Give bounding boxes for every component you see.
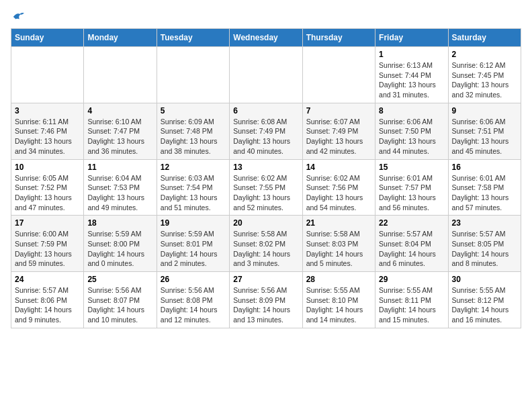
- calendar-cell: [84, 47, 157, 103]
- day-info: Sunrise: 5:59 AMSunset: 8:01 PMDaylight:…: [161, 229, 226, 269]
- day-info: Sunrise: 5:56 AMSunset: 8:09 PMDaylight:…: [233, 285, 298, 325]
- day-info: Sunrise: 5:55 AMSunset: 8:12 PMDaylight:…: [452, 285, 517, 325]
- day-number: 7: [306, 106, 371, 116]
- day-number: 9: [452, 106, 517, 116]
- day-number: 4: [87, 106, 152, 116]
- calendar-cell: [157, 47, 229, 103]
- calendar-cell: [230, 47, 302, 103]
- day-info: Sunrise: 6:12 AMSunset: 7:45 PMDaylight:…: [452, 60, 517, 100]
- day-number: 2: [452, 50, 517, 59]
- column-header-sunday: Sunday: [11, 29, 84, 47]
- day-info: Sunrise: 6:09 AMSunset: 7:48 PMDaylight:…: [161, 117, 226, 156]
- day-number: 13: [233, 163, 298, 172]
- calendar-cell: 14Sunrise: 6:02 AMSunset: 7:56 PMDayligh…: [302, 159, 375, 216]
- calendar-table: SundayMondayTuesdayWednesdayThursdayFrid…: [11, 28, 521, 328]
- day-number: 29: [379, 275, 444, 284]
- calendar-cell: 22Sunrise: 5:57 AMSunset: 8:04 PMDayligh…: [375, 216, 448, 272]
- calendar-cell: 20Sunrise: 5:58 AMSunset: 8:02 PMDayligh…: [230, 216, 302, 272]
- day-info: Sunrise: 6:10 AMSunset: 7:47 PMDaylight:…: [87, 117, 152, 156]
- day-number: 15: [379, 163, 444, 172]
- calendar-cell: 23Sunrise: 5:57 AMSunset: 8:05 PMDayligh…: [448, 216, 521, 272]
- day-info: Sunrise: 6:05 AMSunset: 7:52 PMDaylight:…: [15, 173, 80, 213]
- day-number: 3: [15, 106, 80, 116]
- day-info: Sunrise: 5:57 AMSunset: 8:04 PMDaylight:…: [379, 229, 444, 269]
- day-number: 10: [15, 163, 80, 172]
- day-info: Sunrise: 6:02 AMSunset: 7:56 PMDaylight:…: [306, 173, 371, 213]
- column-header-saturday: Saturday: [448, 29, 521, 47]
- calendar-cell: 17Sunrise: 6:00 AMSunset: 7:59 PMDayligh…: [11, 216, 84, 272]
- calendar-week-row: 10Sunrise: 6:05 AMSunset: 7:52 PMDayligh…: [11, 159, 521, 216]
- day-info: Sunrise: 6:08 AMSunset: 7:49 PMDaylight:…: [233, 117, 298, 156]
- day-info: Sunrise: 6:06 AMSunset: 7:50 PMDaylight:…: [379, 117, 444, 156]
- calendar-cell: 11Sunrise: 6:04 AMSunset: 7:53 PMDayligh…: [84, 159, 157, 216]
- calendar-header-row: SundayMondayTuesdayWednesdayThursdayFrid…: [11, 29, 521, 47]
- calendar-cell: 4Sunrise: 6:10 AMSunset: 7:47 PMDaylight…: [84, 103, 157, 159]
- calendar-cell: 5Sunrise: 6:09 AMSunset: 7:48 PMDaylight…: [157, 103, 229, 159]
- calendar-cell: 30Sunrise: 5:55 AMSunset: 8:12 PMDayligh…: [448, 272, 521, 328]
- day-number: 1: [379, 50, 444, 59]
- day-info: Sunrise: 6:00 AMSunset: 7:59 PMDaylight:…: [15, 229, 80, 269]
- calendar-cell: 12Sunrise: 6:03 AMSunset: 7:54 PMDayligh…: [157, 159, 229, 216]
- calendar-week-row: 1Sunrise: 6:13 AMSunset: 7:44 PMDaylight…: [11, 47, 521, 103]
- day-number: 19: [161, 218, 226, 228]
- day-info: Sunrise: 6:02 AMSunset: 7:55 PMDaylight:…: [233, 173, 298, 213]
- day-number: 25: [87, 275, 152, 284]
- calendar-cell: 21Sunrise: 5:58 AMSunset: 8:03 PMDayligh…: [302, 216, 375, 272]
- day-info: Sunrise: 5:58 AMSunset: 8:03 PMDaylight:…: [306, 229, 371, 269]
- day-info: Sunrise: 6:01 AMSunset: 7:57 PMDaylight:…: [379, 173, 444, 213]
- day-info: Sunrise: 6:13 AMSunset: 7:44 PMDaylight:…: [379, 60, 444, 100]
- calendar-cell: 3Sunrise: 6:11 AMSunset: 7:46 PMDaylight…: [11, 103, 84, 159]
- column-header-friday: Friday: [375, 29, 448, 47]
- day-info: Sunrise: 5:57 AMSunset: 8:06 PMDaylight:…: [15, 285, 80, 325]
- calendar-week-row: 3Sunrise: 6:11 AMSunset: 7:46 PMDaylight…: [11, 103, 521, 159]
- day-number: 11: [87, 163, 152, 172]
- calendar-cell: [302, 47, 375, 103]
- calendar-cell: 19Sunrise: 5:59 AMSunset: 8:01 PMDayligh…: [157, 216, 229, 272]
- column-header-monday: Monday: [84, 29, 157, 47]
- day-info: Sunrise: 6:04 AMSunset: 7:53 PMDaylight:…: [87, 173, 152, 213]
- calendar-cell: 29Sunrise: 5:55 AMSunset: 8:11 PMDayligh…: [375, 272, 448, 328]
- column-header-thursday: Thursday: [302, 29, 375, 47]
- calendar-cell: 2Sunrise: 6:12 AMSunset: 7:45 PMDaylight…: [448, 47, 521, 103]
- day-info: Sunrise: 5:55 AMSunset: 8:11 PMDaylight:…: [379, 285, 444, 325]
- calendar-cell: 18Sunrise: 5:59 AMSunset: 8:00 PMDayligh…: [84, 216, 157, 272]
- day-number: 23: [452, 218, 517, 228]
- day-number: 17: [15, 218, 80, 228]
- calendar-cell: 8Sunrise: 6:06 AMSunset: 7:50 PMDaylight…: [375, 103, 448, 159]
- day-info: Sunrise: 5:56 AMSunset: 8:08 PMDaylight:…: [161, 285, 226, 325]
- day-info: Sunrise: 5:59 AMSunset: 8:00 PMDaylight:…: [87, 229, 152, 269]
- day-number: 14: [306, 163, 371, 172]
- day-number: 8: [379, 106, 444, 116]
- calendar-week-row: 17Sunrise: 6:00 AMSunset: 7:59 PMDayligh…: [11, 216, 521, 272]
- calendar-cell: 24Sunrise: 5:57 AMSunset: 8:06 PMDayligh…: [11, 272, 84, 328]
- calendar-cell: 15Sunrise: 6:01 AMSunset: 7:57 PMDayligh…: [375, 159, 448, 216]
- day-info: Sunrise: 6:11 AMSunset: 7:46 PMDaylight:…: [15, 117, 80, 156]
- logo: [11, 11, 24, 23]
- day-number: 26: [161, 275, 226, 284]
- day-number: 18: [87, 218, 152, 228]
- day-number: 12: [161, 163, 226, 172]
- day-number: 16: [452, 163, 517, 172]
- calendar-cell: 1Sunrise: 6:13 AMSunset: 7:44 PMDaylight…: [375, 47, 448, 103]
- day-info: Sunrise: 6:01 AMSunset: 7:58 PMDaylight:…: [452, 173, 517, 213]
- day-info: Sunrise: 5:56 AMSunset: 8:07 PMDaylight:…: [87, 285, 152, 325]
- day-info: Sunrise: 5:58 AMSunset: 8:02 PMDaylight:…: [233, 229, 298, 269]
- day-info: Sunrise: 6:03 AMSunset: 7:54 PMDaylight:…: [161, 173, 226, 213]
- column-header-wednesday: Wednesday: [230, 29, 302, 47]
- day-number: 20: [233, 218, 298, 228]
- calendar-cell: 28Sunrise: 5:55 AMSunset: 8:10 PMDayligh…: [302, 272, 375, 328]
- day-info: Sunrise: 6:07 AMSunset: 7:49 PMDaylight:…: [306, 117, 371, 156]
- page-header: [11, 11, 521, 23]
- day-number: 24: [15, 275, 80, 284]
- day-info: Sunrise: 6:06 AMSunset: 7:51 PMDaylight:…: [452, 117, 517, 156]
- logo-bird-icon: [12, 11, 24, 23]
- calendar-cell: [11, 47, 84, 103]
- column-header-tuesday: Tuesday: [157, 29, 229, 47]
- day-number: 5: [161, 106, 226, 116]
- calendar-cell: 9Sunrise: 6:06 AMSunset: 7:51 PMDaylight…: [448, 103, 521, 159]
- calendar-cell: 16Sunrise: 6:01 AMSunset: 7:58 PMDayligh…: [448, 159, 521, 216]
- calendar-cell: 10Sunrise: 6:05 AMSunset: 7:52 PMDayligh…: [11, 159, 84, 216]
- calendar-cell: 13Sunrise: 6:02 AMSunset: 7:55 PMDayligh…: [230, 159, 302, 216]
- day-number: 6: [233, 106, 298, 116]
- day-number: 28: [306, 275, 371, 284]
